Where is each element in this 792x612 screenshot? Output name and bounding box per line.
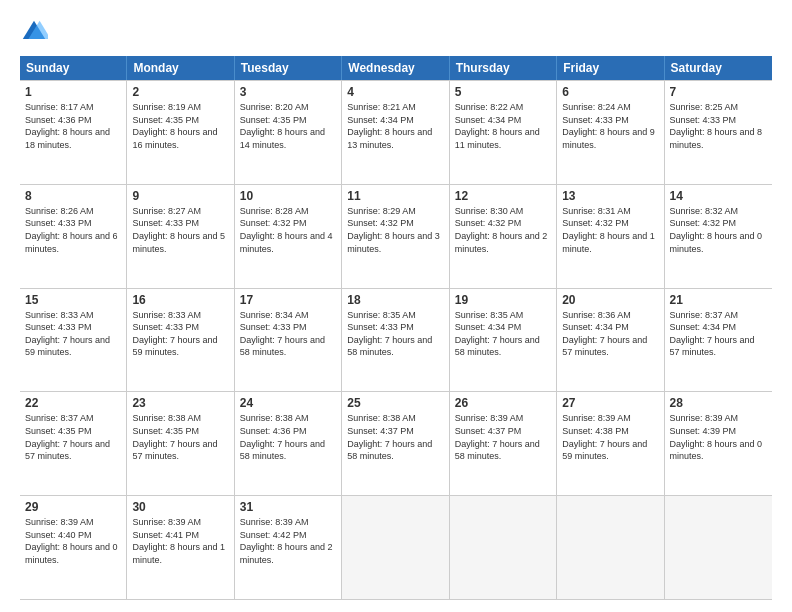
cell-info: Sunrise: 8:29 AMSunset: 4:32 PMDaylight:… [347, 205, 443, 255]
calendar-cell: 3Sunrise: 8:20 AMSunset: 4:35 PMDaylight… [235, 81, 342, 184]
cell-info: Sunrise: 8:37 AMSunset: 4:34 PMDaylight:… [670, 309, 767, 359]
day-number: 23 [132, 396, 228, 410]
calendar-cell: 11Sunrise: 8:29 AMSunset: 4:32 PMDayligh… [342, 185, 449, 288]
calendar-cell: 6Sunrise: 8:24 AMSunset: 4:33 PMDaylight… [557, 81, 664, 184]
cell-info: Sunrise: 8:26 AMSunset: 4:33 PMDaylight:… [25, 205, 121, 255]
cell-info: Sunrise: 8:24 AMSunset: 4:33 PMDaylight:… [562, 101, 658, 151]
day-number: 19 [455, 293, 551, 307]
calendar-cell: 28Sunrise: 8:39 AMSunset: 4:39 PMDayligh… [665, 392, 772, 495]
calendar-cell: 4Sunrise: 8:21 AMSunset: 4:34 PMDaylight… [342, 81, 449, 184]
calendar-cell [665, 496, 772, 599]
cell-info: Sunrise: 8:37 AMSunset: 4:35 PMDaylight:… [25, 412, 121, 462]
day-number: 15 [25, 293, 121, 307]
calendar: SundayMondayTuesdayWednesdayThursdayFrid… [20, 56, 772, 600]
day-header-wednesday: Wednesday [342, 56, 449, 80]
day-number: 18 [347, 293, 443, 307]
day-number: 13 [562, 189, 658, 203]
day-number: 30 [132, 500, 228, 514]
day-number: 28 [670, 396, 767, 410]
calendar-cell: 13Sunrise: 8:31 AMSunset: 4:32 PMDayligh… [557, 185, 664, 288]
cell-info: Sunrise: 8:38 AMSunset: 4:35 PMDaylight:… [132, 412, 228, 462]
cell-info: Sunrise: 8:32 AMSunset: 4:32 PMDaylight:… [670, 205, 767, 255]
cell-info: Sunrise: 8:31 AMSunset: 4:32 PMDaylight:… [562, 205, 658, 255]
calendar-cell: 26Sunrise: 8:39 AMSunset: 4:37 PMDayligh… [450, 392, 557, 495]
calendar-cell: 25Sunrise: 8:38 AMSunset: 4:37 PMDayligh… [342, 392, 449, 495]
cell-info: Sunrise: 8:22 AMSunset: 4:34 PMDaylight:… [455, 101, 551, 151]
day-number: 24 [240, 396, 336, 410]
logo [20, 18, 54, 46]
day-number: 10 [240, 189, 336, 203]
calendar-cell: 21Sunrise: 8:37 AMSunset: 4:34 PMDayligh… [665, 289, 772, 392]
calendar-week-5: 29Sunrise: 8:39 AMSunset: 4:40 PMDayligh… [20, 496, 772, 600]
day-number: 8 [25, 189, 121, 203]
day-number: 9 [132, 189, 228, 203]
day-number: 25 [347, 396, 443, 410]
cell-info: Sunrise: 8:25 AMSunset: 4:33 PMDaylight:… [670, 101, 767, 151]
logo-icon [20, 18, 48, 46]
cell-info: Sunrise: 8:35 AMSunset: 4:34 PMDaylight:… [455, 309, 551, 359]
day-number: 12 [455, 189, 551, 203]
cell-info: Sunrise: 8:30 AMSunset: 4:32 PMDaylight:… [455, 205, 551, 255]
calendar-cell: 27Sunrise: 8:39 AMSunset: 4:38 PMDayligh… [557, 392, 664, 495]
calendar-cell: 18Sunrise: 8:35 AMSunset: 4:33 PMDayligh… [342, 289, 449, 392]
calendar-cell: 29Sunrise: 8:39 AMSunset: 4:40 PMDayligh… [20, 496, 127, 599]
calendar-cell: 31Sunrise: 8:39 AMSunset: 4:42 PMDayligh… [235, 496, 342, 599]
cell-info: Sunrise: 8:38 AMSunset: 4:36 PMDaylight:… [240, 412, 336, 462]
calendar-cell: 15Sunrise: 8:33 AMSunset: 4:33 PMDayligh… [20, 289, 127, 392]
calendar-cell: 30Sunrise: 8:39 AMSunset: 4:41 PMDayligh… [127, 496, 234, 599]
page: SundayMondayTuesdayWednesdayThursdayFrid… [0, 0, 792, 612]
day-number: 26 [455, 396, 551, 410]
cell-info: Sunrise: 8:28 AMSunset: 4:32 PMDaylight:… [240, 205, 336, 255]
cell-info: Sunrise: 8:33 AMSunset: 4:33 PMDaylight:… [25, 309, 121, 359]
cell-info: Sunrise: 8:39 AMSunset: 4:40 PMDaylight:… [25, 516, 121, 566]
calendar-body: 1Sunrise: 8:17 AMSunset: 4:36 PMDaylight… [20, 80, 772, 600]
calendar-cell [557, 496, 664, 599]
day-number: 5 [455, 85, 551, 99]
calendar-cell: 8Sunrise: 8:26 AMSunset: 4:33 PMDaylight… [20, 185, 127, 288]
calendar-week-1: 1Sunrise: 8:17 AMSunset: 4:36 PMDaylight… [20, 80, 772, 185]
calendar-cell: 16Sunrise: 8:33 AMSunset: 4:33 PMDayligh… [127, 289, 234, 392]
day-number: 4 [347, 85, 443, 99]
calendar-header: SundayMondayTuesdayWednesdayThursdayFrid… [20, 56, 772, 80]
day-number: 29 [25, 500, 121, 514]
calendar-week-3: 15Sunrise: 8:33 AMSunset: 4:33 PMDayligh… [20, 289, 772, 393]
calendar-cell: 19Sunrise: 8:35 AMSunset: 4:34 PMDayligh… [450, 289, 557, 392]
calendar-cell: 20Sunrise: 8:36 AMSunset: 4:34 PMDayligh… [557, 289, 664, 392]
cell-info: Sunrise: 8:17 AMSunset: 4:36 PMDaylight:… [25, 101, 121, 151]
calendar-cell: 2Sunrise: 8:19 AMSunset: 4:35 PMDaylight… [127, 81, 234, 184]
cell-info: Sunrise: 8:21 AMSunset: 4:34 PMDaylight:… [347, 101, 443, 151]
day-header-friday: Friday [557, 56, 664, 80]
day-number: 17 [240, 293, 336, 307]
calendar-cell [450, 496, 557, 599]
calendar-cell: 7Sunrise: 8:25 AMSunset: 4:33 PMDaylight… [665, 81, 772, 184]
cell-info: Sunrise: 8:39 AMSunset: 4:37 PMDaylight:… [455, 412, 551, 462]
cell-info: Sunrise: 8:34 AMSunset: 4:33 PMDaylight:… [240, 309, 336, 359]
calendar-cell: 1Sunrise: 8:17 AMSunset: 4:36 PMDaylight… [20, 81, 127, 184]
day-header-thursday: Thursday [450, 56, 557, 80]
cell-info: Sunrise: 8:39 AMSunset: 4:39 PMDaylight:… [670, 412, 767, 462]
day-number: 1 [25, 85, 121, 99]
day-header-saturday: Saturday [665, 56, 772, 80]
day-number: 31 [240, 500, 336, 514]
calendar-cell [342, 496, 449, 599]
day-number: 2 [132, 85, 228, 99]
calendar-cell: 5Sunrise: 8:22 AMSunset: 4:34 PMDaylight… [450, 81, 557, 184]
day-number: 3 [240, 85, 336, 99]
day-number: 6 [562, 85, 658, 99]
calendar-cell: 24Sunrise: 8:38 AMSunset: 4:36 PMDayligh… [235, 392, 342, 495]
cell-info: Sunrise: 8:39 AMSunset: 4:38 PMDaylight:… [562, 412, 658, 462]
cell-info: Sunrise: 8:33 AMSunset: 4:33 PMDaylight:… [132, 309, 228, 359]
cell-info: Sunrise: 8:35 AMSunset: 4:33 PMDaylight:… [347, 309, 443, 359]
day-header-monday: Monday [127, 56, 234, 80]
calendar-week-2: 8Sunrise: 8:26 AMSunset: 4:33 PMDaylight… [20, 185, 772, 289]
header [20, 18, 772, 46]
calendar-week-4: 22Sunrise: 8:37 AMSunset: 4:35 PMDayligh… [20, 392, 772, 496]
cell-info: Sunrise: 8:27 AMSunset: 4:33 PMDaylight:… [132, 205, 228, 255]
day-number: 27 [562, 396, 658, 410]
calendar-cell: 14Sunrise: 8:32 AMSunset: 4:32 PMDayligh… [665, 185, 772, 288]
cell-info: Sunrise: 8:19 AMSunset: 4:35 PMDaylight:… [132, 101, 228, 151]
day-header-tuesday: Tuesday [235, 56, 342, 80]
day-header-sunday: Sunday [20, 56, 127, 80]
day-number: 21 [670, 293, 767, 307]
calendar-cell: 23Sunrise: 8:38 AMSunset: 4:35 PMDayligh… [127, 392, 234, 495]
